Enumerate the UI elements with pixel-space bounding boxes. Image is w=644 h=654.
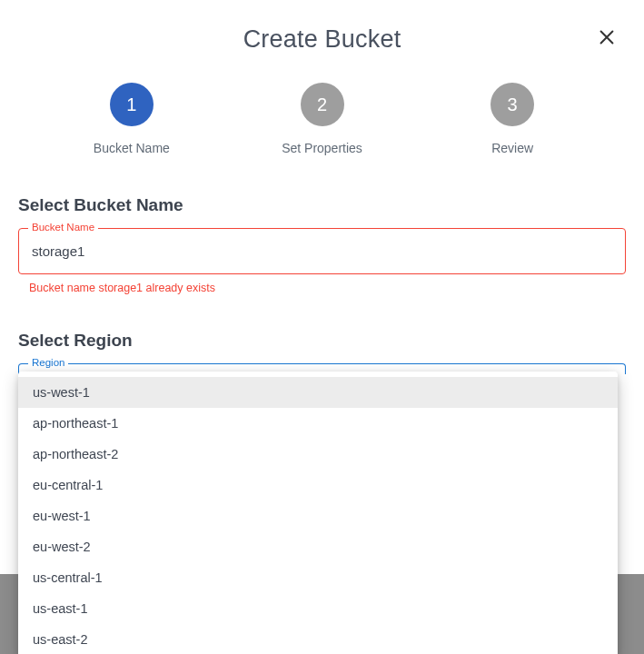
region-option[interactable]: eu-central-1	[18, 470, 618, 500]
step-label: Bucket Name	[94, 141, 170, 155]
step-3[interactable]: 3Review	[417, 83, 608, 155]
region-option[interactable]: us-west-1	[18, 377, 618, 408]
step-circle: 1	[110, 83, 154, 126]
step-label: Set Properties	[282, 141, 362, 155]
stepper: 1Bucket Name2Set Properties3Review	[36, 83, 608, 155]
step-1[interactable]: 1Bucket Name	[36, 83, 227, 155]
close-icon	[597, 27, 617, 47]
step-label: Review	[491, 141, 533, 155]
bucket-name-label: Bucket Name	[28, 222, 98, 233]
bucket-name-section: Select Bucket Name Bucket Name Bucket na…	[18, 195, 626, 294]
bucket-name-error: Bucket name storage1 already exists	[29, 282, 622, 294]
region-label: Region	[28, 357, 68, 368]
region-heading: Select Region	[18, 331, 626, 351]
region-option[interactable]: ap-northeast-2	[18, 439, 618, 470]
step-circle: 2	[301, 83, 344, 126]
region-option[interactable]: us-central-1	[18, 562, 618, 593]
step-2[interactable]: 2Set Properties	[227, 83, 418, 155]
region-dropdown[interactable]: us-west-1ap-northeast-1ap-northeast-2eu-…	[18, 372, 618, 654]
bucket-name-field[interactable]: Bucket Name	[18, 228, 626, 274]
step-circle: 3	[490, 83, 534, 126]
region-option[interactable]: us-east-2	[18, 624, 618, 654]
bucket-name-input[interactable]	[19, 229, 625, 273]
create-bucket-modal: Create Bucket 1Bucket Name2Set Propertie…	[0, 0, 644, 654]
bucket-name-heading: Select Bucket Name	[18, 195, 626, 215]
region-option[interactable]: us-east-1	[18, 593, 618, 624]
modal-title: Create Bucket	[0, 25, 644, 54]
modal-header: Create Bucket	[0, 0, 644, 54]
region-option[interactable]: eu-west-1	[18, 500, 618, 531]
region-option[interactable]: ap-northeast-1	[18, 408, 618, 439]
region-option[interactable]: eu-west-2	[18, 531, 618, 562]
close-button[interactable]	[597, 27, 617, 47]
region-section: Select Region Region	[18, 331, 626, 374]
